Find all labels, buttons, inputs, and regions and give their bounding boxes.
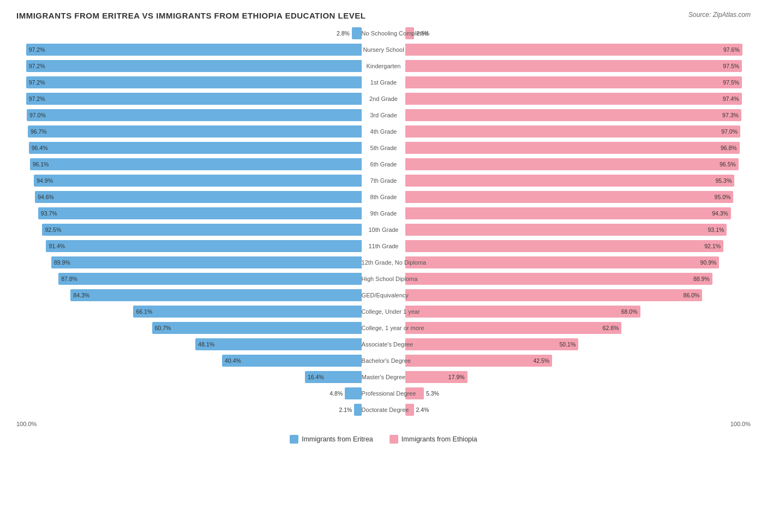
bar-label: Nursery School [362, 46, 406, 53]
left-value: 91.4% [49, 243, 65, 249]
bar-label: 12th Grade, No Diploma [362, 259, 406, 266]
bar-row: 97.0% 3rd Grade 97.3% [16, 107, 751, 123]
right-bar-container: 97.4% [405, 93, 751, 105]
bars-area: 2.8% No Schooling Completed 2.5% 97.2% N… [16, 26, 751, 417]
right-value: 2.4% [416, 407, 429, 413]
left-bar-container: 48.1% [16, 338, 362, 350]
left-value: 87.8% [61, 276, 77, 282]
bar-label: 9th Grade [362, 210, 406, 217]
right-bar-container: 97.5% [405, 76, 751, 88]
bar-row: 91.4% 11th Grade 92.1% [16, 238, 751, 254]
right-bar: 96.8% [405, 142, 739, 154]
bar-row: 97.2% 1st Grade 97.5% [16, 75, 751, 90]
right-value: 97.6% [723, 46, 740, 53]
right-bar-container: 96.8% [405, 142, 751, 154]
bar-row: 92.5% 10th Grade 93.1% [16, 222, 751, 237]
left-bar-container: 92.5% [16, 224, 362, 236]
bar-label: 3rd Grade [362, 112, 406, 118]
bar-row: 87.8% High School Diploma 88.9% [16, 271, 751, 286]
left-bar-container: 94.6% [16, 191, 362, 203]
left-bar: 16.4% [305, 371, 362, 383]
bar-row: 84.3% GED/Equivalency 86.0% [16, 288, 751, 303]
legend-blue-label: Immigrants from Eritrea [302, 435, 373, 443]
legend-pink: Immigrants from Ethiopia [390, 435, 477, 444]
left-value: 60.7% [155, 325, 171, 331]
right-bar: 94.3% [405, 207, 731, 219]
left-bar-container: 91.4% [16, 240, 362, 252]
bar-label: 1st Grade [362, 79, 406, 86]
left-bar-container: 97.2% [16, 60, 362, 72]
left-value: 92.5% [45, 226, 61, 233]
chart-container: IMMIGRANTS FROM ERITREA VS IMMIGRANTS FR… [0, 0, 767, 465]
left-value: 97.2% [29, 79, 45, 86]
right-value: 17.9% [448, 374, 465, 380]
right-value: 94.3% [712, 210, 728, 217]
axis-right: 100.0% [730, 421, 751, 427]
bar-label: 10th Grade [362, 226, 406, 233]
left-bar: 94.9% [34, 175, 361, 187]
right-bar-container: 94.3% [405, 207, 751, 219]
left-value: 97.2% [29, 63, 45, 69]
bar-row: 96.7% 4th Grade 97.0% [16, 124, 751, 139]
bar-row: 48.1% Associate's Degree 50.1% [16, 337, 751, 352]
left-bar: 97.2% [26, 76, 362, 88]
left-value: 96.4% [32, 145, 48, 151]
left-bar: 87.8% [58, 273, 361, 285]
bar-row: 66.1% College, Under 1 year 68.0% [16, 304, 751, 319]
bar-row: 96.4% 5th Grade 96.8% [16, 140, 751, 156]
bar-label: Doctorate Degree [362, 407, 406, 413]
right-bar: 17.9% [405, 371, 467, 383]
bar-label: 11th Grade [362, 243, 406, 249]
legend: Immigrants from Eritrea Immigrants from … [16, 435, 751, 444]
left-bar: 93.7% [38, 207, 362, 219]
left-bar: 48.1% [195, 338, 361, 350]
left-bar-container: 97.2% [16, 76, 362, 88]
legend-blue-box [290, 435, 298, 444]
right-bar: 62.6% [405, 322, 621, 334]
left-value: 4.8% [329, 390, 343, 397]
right-bar: 42.5% [405, 355, 552, 367]
left-bar: 94.6% [35, 191, 361, 203]
left-bar: 89.9% [51, 256, 362, 268]
left-bar: 97.0% [27, 109, 362, 121]
left-bar-container: 97.0% [16, 109, 362, 121]
left-bar-container: 89.9% [16, 256, 362, 268]
right-value: 95.3% [715, 177, 732, 184]
left-bar-container: 97.2% [16, 44, 362, 56]
bar-label: Associate's Degree [362, 341, 406, 348]
bar-label: Kindergarten [362, 63, 406, 69]
right-bar-container: 97.3% [405, 109, 751, 121]
left-bar: 97.2% [26, 44, 362, 56]
right-bar-container: 42.5% [405, 355, 751, 367]
right-bar-container: 95.0% [405, 191, 751, 203]
bar-row: 94.6% 8th Grade 95.0% [16, 189, 751, 205]
left-bar-container: 96.7% [16, 125, 362, 138]
right-bar-container: 50.1% [405, 338, 751, 350]
right-value: 97.0% [721, 128, 738, 135]
right-bar-container: 93.1% [405, 224, 751, 236]
right-value: 97.3% [722, 112, 739, 118]
right-value: 97.5% [723, 63, 739, 69]
left-bar-container: 96.4% [16, 142, 362, 154]
right-bar-container: 62.6% [405, 322, 751, 334]
right-bar-container: 2.4% [405, 404, 751, 416]
bar-row: 96.1% 6th Grade 96.5% [16, 157, 751, 172]
left-bar: 97.2% [26, 93, 362, 105]
right-value: 62.6% [603, 325, 619, 331]
right-bar: 92.1% [405, 240, 723, 252]
left-bar-container: 16.4% [16, 371, 362, 383]
right-value: 97.5% [723, 79, 739, 86]
left-bar: 97.2% [26, 60, 362, 72]
right-value: 93.1% [708, 226, 724, 233]
right-bar: 88.9% [405, 273, 712, 285]
left-bar: 96.7% [28, 125, 362, 138]
bar-label: 5th Grade [362, 145, 406, 151]
bar-label: College, Under 1 year [362, 308, 406, 315]
bar-row: 16.4% Master's Degree 17.9% [16, 369, 751, 385]
legend-pink-label: Immigrants from Ethiopia [402, 435, 477, 443]
bar-row: 93.7% 9th Grade 94.3% [16, 206, 751, 221]
left-bar [352, 27, 362, 39]
legend-blue: Immigrants from Eritrea [290, 435, 373, 444]
left-value: 94.6% [38, 194, 54, 200]
right-value: 88.9% [693, 276, 710, 282]
